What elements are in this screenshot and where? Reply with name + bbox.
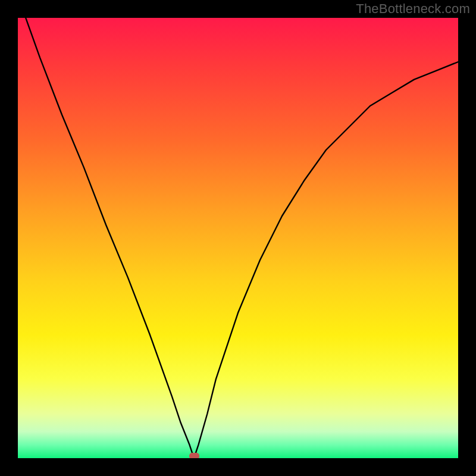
plot-area xyxy=(18,18,458,458)
curve-svg xyxy=(18,18,458,458)
watermark-text: TheBottleneck.com xyxy=(356,1,470,17)
optimum-marker xyxy=(189,453,199,458)
chart-frame: TheBottleneck.com xyxy=(0,0,476,476)
bottleneck-curve-path xyxy=(18,18,458,458)
